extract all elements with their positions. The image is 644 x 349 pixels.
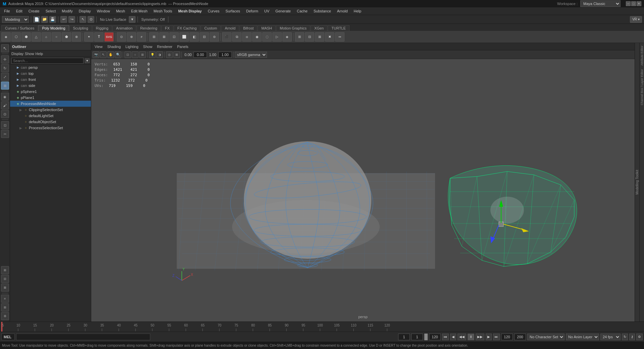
outliner-item-persp[interactable]: ▶ cam persp	[10, 64, 91, 70]
gamma-select[interactable]: sRGB gamma	[235, 52, 267, 58]
undo-button[interactable]: ↩	[60, 16, 67, 23]
cut-button[interactable]: ✂	[1, 130, 9, 138]
shelf-icon-poly3[interactable]: △	[32, 32, 41, 42]
lasso-tool-button[interactable]: ⊙	[88, 16, 94, 23]
menu-select[interactable]: Select	[43, 8, 59, 14]
shelf-icon-poly1[interactable]: ⬡	[11, 32, 21, 42]
shelf-icon-combine[interactable]: ⧉	[232, 32, 241, 42]
vp-wireframe-btn[interactable]: ⊡	[124, 51, 131, 58]
live-surface-btn[interactable]: ▼	[129, 16, 136, 23]
select-tool[interactable]: ↖	[1, 44, 9, 52]
frame-slider[interactable]	[424, 334, 428, 340]
vp-zoom-btn[interactable]: 🔍	[115, 51, 121, 58]
soft-select-btn[interactable]: ◉	[1, 93, 9, 101]
vp-menu-lighting[interactable]: Lighting	[123, 44, 141, 49]
shelf-icon-uv3[interactable]: ⊠	[315, 32, 324, 42]
shelf-tab-sculpting[interactable]: Sculpting	[69, 25, 92, 31]
menu-edit[interactable]: Edit	[13, 8, 25, 14]
menu-mesh-display[interactable]: Mesh Display	[175, 8, 204, 14]
mel-input[interactable]	[16, 334, 150, 340]
viewport-3d[interactable]: Verts: 653 150 0 Edges: 1421 421 0 Faces…	[91, 59, 635, 321]
paint-select-btn[interactable]: 🖌	[1, 101, 9, 109]
outliner-search-input[interactable]	[11, 58, 84, 64]
outliner-item-processedmeshnode[interactable]: ◈ ProcessedMeshNode	[10, 101, 91, 107]
menu-window[interactable]: Window	[94, 8, 113, 14]
menu-curves[interactable]: Curves	[205, 8, 222, 14]
frame-start-input[interactable]	[398, 334, 410, 340]
scale-tool[interactable]: ⤢	[1, 73, 9, 81]
shelf-tab-fx[interactable]: FX	[161, 25, 173, 31]
anim-layer-select[interactable]: No Anim Layer	[566, 334, 599, 340]
layout-btn-2[interactable]: ⊟	[1, 275, 9, 283]
value-input-1[interactable]	[194, 52, 207, 58]
menu-arnold[interactable]: Arnold	[334, 8, 351, 14]
vp-isolate-btn[interactable]: ◎	[166, 51, 173, 58]
shelf-icon-mirror[interactable]: ⇔	[335, 32, 344, 42]
shelf-tab-bifrost[interactable]: Bifrost	[239, 25, 257, 31]
shelf-icon-loop[interactable]: ⊟	[200, 32, 209, 42]
shelf-icon-num[interactable]: #	[137, 32, 146, 42]
settings-btn[interactable]: ⚙	[636, 334, 643, 340]
shelf-tab-rendering[interactable]: Rendering	[137, 25, 161, 31]
shelf-icon-svg[interactable]: SVG	[104, 32, 114, 42]
menu-mesh-tools[interactable]: Mesh Tools	[151, 8, 175, 14]
layout-btn-1[interactable]: ⊞	[1, 266, 9, 274]
outliner-item-defaultlightset[interactable]: ○ defaultLightSet	[10, 113, 91, 119]
menu-substance[interactable]: Substance	[311, 8, 334, 14]
shelf-icon-separate[interactable]: ⧈	[242, 32, 252, 42]
shelf-icon-uv2[interactable]: ⊟	[305, 32, 314, 42]
shelf-tab-animation[interactable]: Animation	[112, 25, 136, 31]
shelf-icon-bevel[interactable]: ◧	[190, 32, 199, 42]
menu-create[interactable]: Create	[26, 8, 42, 14]
outliner-menu-show[interactable]: Show	[25, 52, 34, 56]
frame-end-input[interactable]	[429, 334, 441, 340]
menu-uv[interactable]: UV	[262, 8, 272, 14]
shelf-tab-curves[interactable]: Curves / Surfaces	[1, 25, 38, 31]
prev-frame-btn[interactable]: ◀	[450, 334, 456, 340]
attr-editor-btn[interactable]: ⊞	[1, 303, 9, 311]
outliner-menu-help[interactable]: Help	[36, 52, 43, 56]
shelf-icon-circularize[interactable]: ⊜	[210, 32, 219, 42]
shelf-icon-poly7[interactable]: ⊗	[72, 32, 81, 42]
key-btn[interactable]: ⚷	[629, 334, 635, 340]
playback-end-input[interactable]	[501, 334, 513, 340]
modeling-toolkit-label[interactable]: Modelling Toolkit	[635, 170, 639, 195]
vp-menu-view[interactable]: View	[93, 44, 105, 49]
menu-mesh[interactable]: Mesh	[113, 8, 128, 14]
vp-smooth-btn[interactable]: ○	[132, 51, 139, 58]
vp-select-btn[interactable]: ↖	[100, 51, 107, 58]
vp-menu-renderer[interactable]: Renderer	[155, 44, 174, 49]
vp-menu-shading[interactable]: Shading	[105, 44, 123, 49]
menu-display[interactable]: Display	[76, 8, 94, 14]
minimize-button[interactable]: ─	[626, 1, 631, 6]
loop-btn[interactable]: ↻	[622, 334, 628, 340]
shelf-icon-star[interactable]: ✦	[84, 32, 94, 42]
shelf-icon-extrude[interactable]: ⬜	[179, 32, 189, 42]
outliner-item-front[interactable]: ▶ cam front	[10, 77, 91, 83]
timeline[interactable]: 5 10 15 20 25 30 35 40 45 50 5	[0, 321, 644, 332]
menu-edit-mesh[interactable]: Edit Mesh	[128, 8, 150, 14]
vp-cam-btn[interactable]: 📷	[93, 51, 99, 58]
shelf-tab-custom[interactable]: Custom	[201, 25, 221, 31]
shelf-icon-merge[interactable]: ⊞	[149, 32, 159, 42]
vp-menu-show[interactable]: Show	[141, 44, 155, 49]
workspace-select[interactable]: Maya Classic	[580, 0, 621, 7]
mode-select[interactable]: Modeling	[2, 16, 29, 23]
shelf-icon-bool[interactable]: ◉	[252, 32, 262, 42]
menu-file[interactable]: File	[1, 8, 13, 14]
shelf-icon-poly4[interactable]: ⌂	[42, 32, 51, 42]
channel-box-btn[interactable]: ≡	[1, 295, 9, 303]
shelf-icon-select[interactable]: ◈	[1, 32, 11, 42]
save-scene-button[interactable]: 💾	[49, 16, 56, 23]
vp-menu-panels[interactable]: Panels	[175, 44, 191, 49]
menu-deform[interactable]: Deform	[244, 8, 261, 14]
maximize-button[interactable]: □	[631, 1, 636, 6]
menu-help[interactable]: Help	[351, 8, 364, 14]
outliner-item-side[interactable]: ▶ cam side	[10, 83, 91, 89]
channel-box-tab[interactable]: Channel Box / Layer Editor	[640, 68, 644, 107]
char-set-select[interactable]: No Character Set	[527, 334, 565, 340]
play-forward-btn[interactable]: ▶▶	[476, 334, 484, 340]
vp-pan-btn[interactable]: ✋	[107, 51, 114, 58]
outliner-search-toggle[interactable]: ▼	[85, 58, 90, 63]
rotate-tool[interactable]: ↻	[1, 64, 9, 72]
